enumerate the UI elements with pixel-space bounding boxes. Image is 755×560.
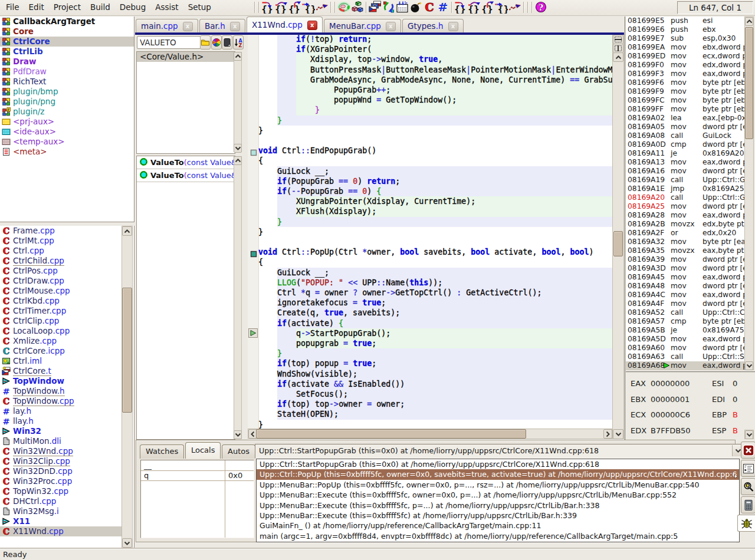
disasm-row[interactable]: 081699E6pushebx [626, 25, 745, 34]
registers-scrollbar[interactable] [744, 430, 754, 439]
file-item-TopWindow[interactable]: TopWindow [0, 376, 122, 386]
callstack-combo[interactable]: Upp::Ctrl::StartPopupGrab (this=0x0) at … [255, 444, 744, 459]
disasm-row[interactable]: 08169A48movdword ptr [e [626, 282, 745, 291]
file-item-CtrlPos.cpp[interactable]: CCtrlPos.cpp [0, 266, 122, 276]
disasm-scroll-down-icon[interactable] [745, 361, 753, 370]
code-line[interactable] [248, 136, 612, 146]
tab-close-icon[interactable]: x [448, 22, 458, 31]
code-line[interactable] [248, 237, 612, 247]
callstack-frame[interactable]: GuiMainFn_ () at /home/liorry/upp/refere… [257, 521, 739, 531]
disasm-row[interactable]: 081699EAmovebx,dword p [626, 43, 745, 52]
toolbar-button-bomb-icon[interactable] [409, 1, 422, 14]
editor-vscrollbar[interactable] [612, 34, 624, 439]
file-item-CtrlCore.t[interactable]: CtrlCore.t [0, 366, 122, 376]
toolbar-button-help-icon[interactable]: ? [534, 1, 547, 14]
disasm-row[interactable]: 081699FCmovbyte ptr [eb [626, 96, 745, 105]
navigator-result-item[interactable]: ValueTo(const Value& [137, 169, 235, 182]
tab-close-icon[interactable]: x [230, 22, 240, 31]
editor-scroll-up-icon[interactable] [613, 52, 623, 62]
code-line[interactable]: XUngrabPointer(Xdisplay, CurrentTime); [248, 196, 612, 206]
editor-split-vertical-icon[interactable] [613, 44, 623, 53]
editor-split-horizontal-icon[interactable] [613, 35, 623, 44]
debugger-tab-autos[interactable]: Autos [222, 444, 255, 459]
toolbar-button-run-to-icon[interactable]: {} [495, 1, 508, 14]
toolbar-button-run-to-icon[interactable]: {} [302, 1, 315, 14]
navigator-button-darkpage-icon[interactable] [222, 35, 232, 50]
menu-project[interactable]: Project [49, 0, 86, 12]
disasm-row[interactable]: 08169A02leaeax,[ebp-0x [626, 114, 745, 123]
code-editor[interactable]: if(!top) return; if(XGrabPointer( Xdispl… [248, 34, 624, 440]
code-line[interactable]: ignoretakefocus = true; [248, 298, 612, 308]
menu-setup[interactable]: Setup [183, 0, 216, 12]
callstack-frame[interactable]: Upp::MenuBar::PopUp (this=0xbffff5fc, ow… [257, 480, 739, 490]
disasm-row[interactable]: 08169A2Bmovzxedx,byte ptr [626, 220, 745, 229]
code-line[interactable]: } [248, 420, 612, 429]
code-line[interactable]: if(top) top->owner = owner; [248, 399, 612, 409]
code-line[interactable]: } [248, 227, 612, 237]
toolbar-button-hash-icon[interactable]: # [436, 1, 449, 14]
toolbar-button-flags-icon[interactable] [369, 1, 382, 14]
toolbar-button-step-out-icon[interactable]: {} [288, 1, 301, 14]
disasm-row[interactable]: 08169A20callUpp::Ctrl::G [626, 193, 745, 202]
package-item-temp-aux[interactable]: <temp-aux> [0, 137, 134, 147]
disasm-row[interactable]: 08169A5Dmoveax,dword p [626, 335, 745, 344]
toolbar-button-torus-icon[interactable] [337, 1, 350, 14]
code-line[interactable]: { [248, 156, 612, 166]
package-item-RichText[interactable]: RichText [0, 77, 134, 87]
disasm-row[interactable]: 08169A11je0x8169A20 [626, 149, 745, 158]
editor-vscroll-thumb[interactable] [613, 231, 623, 256]
code-line[interactable]: void Ctrl::PopUp(Ctrl *owner, bool saveb… [248, 247, 612, 257]
disasm-row[interactable]: 08169A45moveax,dword p [626, 273, 745, 282]
file-item-CtrlMt.cpp[interactable]: CCtrlMt.cpp [0, 236, 122, 246]
package-item-ide-aux[interactable]: <ide-aux> [0, 127, 134, 137]
toolbar-button-boxes-icon[interactable] [351, 1, 364, 14]
menu-build[interactable]: Build [86, 0, 115, 12]
disasm-row[interactable]: 08169A4Fmovdword ptr [e [626, 299, 745, 308]
editor-scroll-down-icon[interactable] [613, 429, 623, 439]
package-item-CtrlCore[interactable]: CtrlCore [0, 37, 134, 47]
code-line[interactable]: if(--PopupGrab == 0) { [248, 186, 612, 196]
disasm-row[interactable]: 081699E7subesp,0x30 [626, 34, 745, 43]
code-line[interactable]: popupWnd = GetTopWindow(); [248, 95, 612, 105]
tab-main.cpp[interactable]: main.cppx [136, 19, 198, 33]
file-item-Win32Clip.cpp[interactable]: CWin32Clip.cpp [0, 456, 122, 466]
code-line[interactable]: Create(q, true, savebits); [248, 308, 612, 318]
results-scroll-down-icon[interactable] [234, 430, 242, 439]
code-line[interactable]: PopupGrab++; [248, 85, 612, 95]
file-scroll-down-icon[interactable] [122, 538, 132, 548]
file-item-Win32DnD.cpp[interactable]: CWin32DnD.cpp [0, 466, 122, 476]
file-item-CtrlMouse.cpp[interactable]: CCtrlMouse.cpp [0, 286, 122, 296]
menu-assist[interactable]: Assist [150, 0, 183, 12]
callstack-frame[interactable]: Upp::MenuBar::Execute (this=0xbffff5fc) … [257, 510, 739, 521]
debugger-btn-find-icon[interactable]: Q [741, 478, 755, 495]
code-line[interactable]: ButtonPressMask|ButtonReleaseMask|Pointe… [248, 65, 612, 75]
package-item-CtrlLib[interactable]: CtrlLib [0, 47, 134, 57]
disasm-scroll-thumb[interactable] [745, 27, 753, 139]
debugger-btn-close-icon[interactable] [741, 442, 755, 459]
tab-MenuBar.cpp[interactable]: MenuBar.cppx [324, 19, 401, 33]
disasm-row[interactable]: 081699F0movedx,dword p [626, 61, 745, 70]
callstack-frame[interactable]: Upp::Ctrl::PopUp (this=0xbffff5fc, owner… [257, 469, 739, 479]
code-line[interactable]: SetFocus(); [248, 389, 612, 399]
disasm-row[interactable]: 08169A39movdword ptr [e [626, 255, 745, 264]
code-line[interactable]: Xdisplay, top->window, true, [248, 54, 612, 64]
file-item-CtrlTimer.cpp[interactable]: CCtrlTimer.cpp [0, 306, 122, 316]
file-item-Ctrl.iml[interactable]: Ctrl.iml [0, 356, 122, 366]
tab-close-icon[interactable]: x [386, 22, 396, 31]
menu-file[interactable]: File [1, 0, 24, 12]
file-item-X11Wnd.cpp[interactable]: CX11Wnd.cpp [0, 526, 122, 536]
navigator-result-item[interactable]: ValueTo(const Value& [137, 156, 235, 169]
disasm-row[interactable]: 08169A0Dcmpdword ptr [e [626, 140, 745, 149]
results-scroll-up-icon[interactable] [234, 156, 242, 165]
navigator-button-folder-icon[interactable] [200, 35, 211, 50]
toolbar-button-skip-icon[interactable] [316, 1, 329, 14]
file-scroll-up-icon[interactable] [122, 226, 132, 236]
results-scrollbar-track[interactable] [234, 156, 242, 439]
locals-row[interactable]: __ [141, 460, 254, 471]
file-scroll-thumb[interactable] [122, 288, 132, 413]
code-line[interactable]: StateH(OPEN); [248, 409, 612, 419]
toolbar-button-step-over-icon[interactable]: {} [468, 1, 481, 14]
package-item-prj-aux[interactable]: <prj-aux> [0, 117, 134, 127]
code-line[interactable]: if(activate) { [248, 318, 612, 328]
code-line[interactable]: GuiLock __; [248, 166, 612, 176]
